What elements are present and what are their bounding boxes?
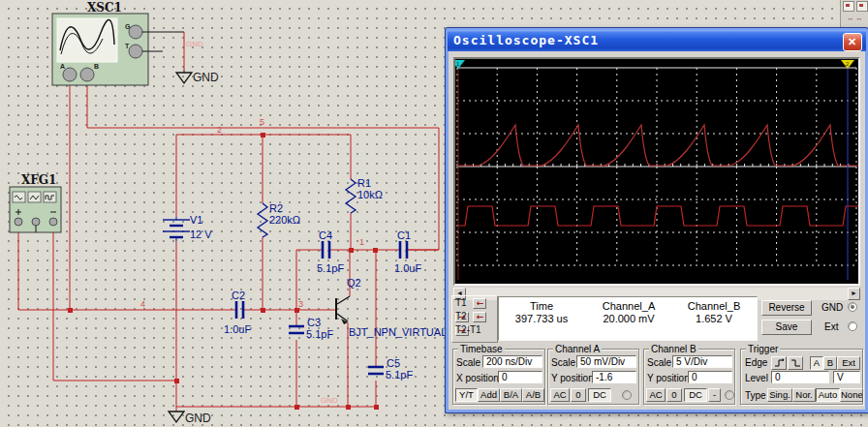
channel-a-ac-button[interactable]: AC [550,388,570,402]
toolbar-icon[interactable] [856,1,868,12]
trigger-a-button[interactable]: A [810,356,823,370]
rising-edge-button[interactable] [771,356,787,370]
cursor-1[interactable]: 1 [455,60,465,280]
reverse-button[interactable]: Reverse [761,300,812,316]
channel-b-ypos-label: Y position [647,373,690,383]
timebase-xpos-input[interactable]: 0 [498,371,542,383]
channel-a-scale-input[interactable]: 50 mV/Div [576,355,636,368]
xsc1-term-a-label: A [60,63,65,70]
net-label-3: 3 [298,299,303,309]
trigger-level-unit-select[interactable]: V [833,371,860,383]
c4-capacitor[interactable] [323,241,329,259]
channel-b-radio [725,390,734,400]
xsc1-label: XSC1 [87,1,122,15]
terminal-common[interactable] [32,218,40,226]
ab-mode-button[interactable]: A/B [522,388,544,402]
trigger-nor-button[interactable]: Nor. [792,388,816,402]
r2-ref: R2 [269,202,283,214]
yt-mode-button[interactable]: Y/T [455,388,478,402]
channel-b-zero-button[interactable]: 0 [666,388,682,402]
wire-set[interactable] [18,32,439,412]
falling-edge-button[interactable] [788,356,803,370]
trigger-b-button[interactable]: B [823,356,837,370]
window-title: Oscilloscope-XSC1 [453,33,599,47]
t1-left-button[interactable]: ← [473,298,486,309]
channel-a-radio [622,390,632,400]
c2-capacitor[interactable] [236,301,243,319]
terminal-b[interactable] [80,68,94,81]
r1-resistor[interactable] [346,179,356,213]
v1-battery[interactable] [163,217,190,241]
c1-value: 1.0uF [394,262,421,274]
gnd-net-label-top: GND [186,40,203,48]
c3-capacitor[interactable] [289,326,304,333]
channel-a-trace [457,125,858,166]
background-toolbar-fragment: ↔ ↔ [840,0,868,27]
terminal-plus[interactable] [15,218,22,226]
ext-radio[interactable] [848,321,857,331]
channel-b-ypos-input[interactable]: 0 [688,371,732,383]
channel-b-scale-input[interactable]: 5 V/Div [672,355,732,368]
channel-a-zero-button[interactable]: 0 [571,388,586,402]
channel-a-value: 20.000 mV [584,313,673,325]
channel-b-minus-button[interactable]: - [708,388,721,402]
scroll-right-icon: ► [851,290,857,296]
trigger-group: Trigger Edge A B Ext Level 0 V Type Sing [740,349,863,405]
terminal-minus[interactable] [49,218,57,226]
xsc1-term-b-label: B [94,63,99,70]
channel-a-dc-button[interactable]: DC [588,388,611,402]
trigger-level-label: Level [745,373,768,383]
c1-ref: C1 [397,229,411,241]
cursor-2[interactable]: 2 [841,60,854,280]
terminal-g[interactable] [129,25,142,39]
channel-a-ypos-input[interactable]: -1.6 [592,371,636,383]
rising-edge-icon [774,358,785,368]
titlebar[interactable]: Oscilloscope-XSC1 ✕ [448,30,866,51]
xfg1-instrument-icon[interactable] [10,187,61,232]
c1-capacitor[interactable] [400,241,407,259]
t2-label: T2 [455,311,467,321]
trigger-sing-button[interactable]: Sing. [767,388,792,402]
ba-mode-button[interactable]: B/A [500,388,522,402]
timebase-title: Timebase [458,344,505,354]
trigger-level-input[interactable]: 0 [771,371,829,383]
wire-xfg-minus [53,226,176,381]
close-button[interactable]: ✕ [843,33,862,51]
trigger-ext-button[interactable]: Ext [837,356,860,370]
r2-value: 220kΩ [269,214,300,226]
xsc1-instrument-icon[interactable] [52,14,184,85]
c3-value: 5.1pF [306,328,333,340]
channel-b-scale-label: Scale [647,357,671,368]
net-label-5: 5 [260,117,264,127]
terminal-t[interactable] [129,45,142,58]
r2-resistor[interactable] [258,203,267,237]
trigger-none-button[interactable]: None [840,388,863,402]
gnd-radio[interactable] [848,302,857,312]
q2-transistor[interactable] [336,296,350,324]
channel-b-dc-button[interactable]: DC [684,388,707,402]
channel-a-title: Channel A [553,344,602,354]
scroll-right-button[interactable]: ► [848,288,860,300]
gnd-symbol-bottom[interactable] [169,412,184,422]
falling-edge-icon [790,358,801,368]
channel-b-group: Channel B Scale 5 V/Div Y position 0 AC … [643,349,735,405]
gnd-symbol-top[interactable] [176,70,192,83]
terminal-a[interactable] [63,68,77,81]
c4-ref: C4 [319,229,332,241]
scope-display: 1 2 [453,57,860,286]
oscilloscope-window: Oscilloscope-XSC1 ✕ 1 [445,27,868,413]
reverse-button-label: Reverse [768,302,804,313]
c5-capacitor[interactable] [368,367,384,374]
toolbar-icon[interactable] [843,1,854,12]
trigger-auto-button[interactable]: Auto [816,388,840,402]
channel-b-value: 1.652 V [673,313,755,325]
gnd-net-label-bottom: GND [321,396,338,405]
add-mode-button[interactable]: Add [478,388,500,402]
channel-b-ac-button[interactable]: AC [646,388,666,402]
t2-left-button[interactable]: ← [473,312,486,322]
net-label-1: 1 [359,237,364,247]
timebase-scale-input[interactable]: 200 ns/Div [482,355,542,368]
channel-a-column-header: Channel_A [584,300,673,313]
net-label-2: 2 [217,125,222,135]
save-button[interactable]: Save [761,320,812,335]
